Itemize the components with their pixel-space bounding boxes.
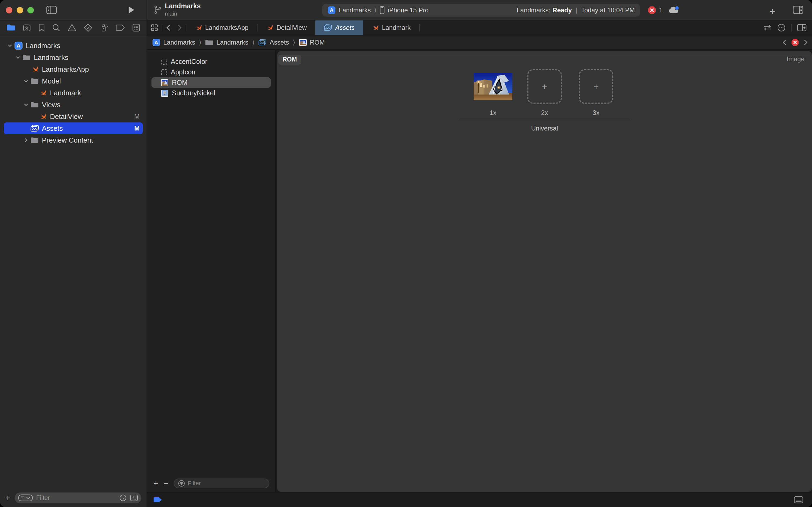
modified-badge: M xyxy=(134,113,143,120)
cloud-sync-icon[interactable] xyxy=(668,5,681,17)
tree-row-group[interactable]: Landmarks xyxy=(4,52,143,63)
tab-assets-selected[interactable]: Assets xyxy=(315,20,363,35)
tree-row-file[interactable]: Landmark xyxy=(4,87,143,99)
toggle-inspector-icon[interactable] xyxy=(793,5,803,14)
error-badge-icon[interactable] xyxy=(648,6,656,14)
swap-editor-icon[interactable] xyxy=(763,24,772,31)
navigator-tab-bar xyxy=(0,20,147,36)
folder-icon xyxy=(30,102,39,108)
editor-options-icon[interactable] xyxy=(777,23,786,32)
navigator-filter-input[interactable] xyxy=(36,494,116,502)
next-issue-icon[interactable] xyxy=(804,40,808,45)
image-well-3x[interactable]: + xyxy=(570,69,622,104)
image-well-1x[interactable] xyxy=(467,69,519,104)
find-navigator-icon[interactable] xyxy=(52,23,60,32)
disclosure-chevron-icon[interactable] xyxy=(14,56,22,59)
tree-row-group[interactable]: Model xyxy=(4,75,143,87)
asset-row-accentcolor[interactable]: AccentColor xyxy=(152,56,271,67)
crumb-assets[interactable]: Assets xyxy=(258,39,289,46)
add-item-button[interactable]: + xyxy=(5,494,10,502)
filter-menu-icon[interactable] xyxy=(18,494,33,501)
tree-row-file[interactable]: DetailView M xyxy=(4,111,143,122)
project-navigator-icon[interactable] xyxy=(6,23,15,32)
asset-row-sudburynickel[interactable]: SudburyNickel xyxy=(152,88,271,98)
test-navigator-icon[interactable] xyxy=(83,23,93,32)
asset-editor-canvas: ROM Image xyxy=(276,50,812,492)
asset-catalog-icon xyxy=(30,125,39,132)
status-project: Landmarks: xyxy=(517,6,550,14)
related-items-button[interactable] xyxy=(147,20,162,35)
tree-row-assets-selected[interactable]: Assets M xyxy=(4,122,143,134)
project-navigator-tree: A Landmarks Landmarks LandmarksApp xyxy=(0,36,147,491)
go-forward-button[interactable] xyxy=(174,20,186,35)
crumb-project[interactable]: A Landmarks xyxy=(153,39,195,46)
disclosure-chevron-icon[interactable] xyxy=(22,80,30,82)
build-status: Landmarks: Ready | Today at 10:04 PM xyxy=(517,6,635,14)
tree-row-project[interactable]: A Landmarks xyxy=(4,40,143,52)
previous-issue-icon[interactable] xyxy=(782,40,786,45)
debug-navigator-icon[interactable] xyxy=(100,23,109,32)
add-editor-icon[interactable] xyxy=(797,24,807,32)
add-asset-button[interactable]: + xyxy=(154,480,159,488)
report-navigator-icon[interactable] xyxy=(132,23,140,32)
color-set-icon xyxy=(161,59,167,65)
remove-asset-button[interactable]: − xyxy=(164,480,169,488)
tree-label: Landmarks xyxy=(26,42,60,50)
scheme-name[interactable]: Landmarks xyxy=(339,6,371,14)
navigator-panel: A Landmarks Landmarks LandmarksApp xyxy=(0,20,147,507)
breakpoint-navigator-icon[interactable] xyxy=(115,24,125,31)
toggle-navigator-icon[interactable] xyxy=(46,5,57,14)
asset-filter-input[interactable] xyxy=(188,480,265,487)
disclosure-chevron-icon[interactable] xyxy=(22,103,30,106)
source-control-filter-icon[interactable] xyxy=(130,494,138,501)
tree-row-file[interactable]: LandmarksApp xyxy=(4,63,143,75)
run-button[interactable] xyxy=(128,6,135,14)
minimize-window-button[interactable] xyxy=(17,7,23,13)
recent-files-clock-icon[interactable] xyxy=(119,494,127,502)
activity-status-bar[interactable]: A Landmarks ⟩ iPhone 15 Pro Landmarks: R… xyxy=(322,4,640,17)
tree-label: Landmarks xyxy=(34,53,68,62)
svg-text:A: A xyxy=(330,7,334,13)
crumb-rom[interactable]: ROM xyxy=(299,39,325,46)
run-destination[interactable]: iPhone 15 Pro xyxy=(388,6,428,14)
crumb-label: ROM xyxy=(310,39,325,46)
tree-label: Preview Content xyxy=(42,136,93,145)
tree-label: Assets xyxy=(42,124,63,133)
folder-icon xyxy=(205,39,213,46)
asset-row-rom-selected[interactable]: ROM xyxy=(152,77,271,88)
bookmark-navigator-icon[interactable] xyxy=(38,23,45,32)
navigator-filter-bar: + xyxy=(0,491,147,507)
issue-navigator-icon[interactable] xyxy=(67,23,76,32)
canvas-header-line xyxy=(293,55,812,55)
tab-landmark[interactable]: Landmark xyxy=(363,20,419,35)
asset-label: SudburyNickel xyxy=(172,89,215,97)
tree-row-group[interactable]: Views xyxy=(4,99,143,111)
tab-landmarksapp[interactable]: LandmarksApp xyxy=(186,20,257,35)
source-control-navigator-icon[interactable] xyxy=(22,23,31,32)
scheme-chevron: ⟩ xyxy=(374,6,376,14)
new-tab-button[interactable]: + xyxy=(769,6,775,17)
tree-row-group[interactable]: Preview Content xyxy=(4,134,143,146)
image-well-2x[interactable]: + xyxy=(519,69,570,104)
disclosure-chevron-icon[interactable] xyxy=(22,138,30,142)
editor-tab-bar: LandmarksApp DetailView Assets xyxy=(147,20,812,36)
go-back-button[interactable] xyxy=(162,20,174,35)
empty-well-3x[interactable]: + xyxy=(579,69,613,104)
empty-well-2x[interactable]: + xyxy=(527,69,562,104)
zoom-window-button[interactable] xyxy=(27,7,34,13)
scale-label-2x: 2x xyxy=(519,109,570,117)
asset-catalog-icon xyxy=(324,24,332,31)
tab-detailview[interactable]: DetailView xyxy=(257,20,315,35)
crumb-group[interactable]: Landmarks xyxy=(205,39,248,46)
asset-filter-field[interactable] xyxy=(174,478,269,488)
navigator-filter-field[interactable] xyxy=(15,493,141,503)
error-badge-icon[interactable] xyxy=(791,39,799,47)
show-asset-types-icon[interactable] xyxy=(153,497,162,503)
error-count[interactable]: 1 xyxy=(659,6,662,14)
asset-row-appicon[interactable]: AppIcon xyxy=(152,67,271,77)
rom-thumbnail-icon xyxy=(161,79,168,86)
source-control-summary[interactable]: Landmarks main xyxy=(154,2,200,17)
disclosure-chevron-icon[interactable] xyxy=(6,44,14,47)
toggle-bottom-panel-icon[interactable] xyxy=(794,496,803,504)
close-window-button[interactable] xyxy=(6,7,12,13)
